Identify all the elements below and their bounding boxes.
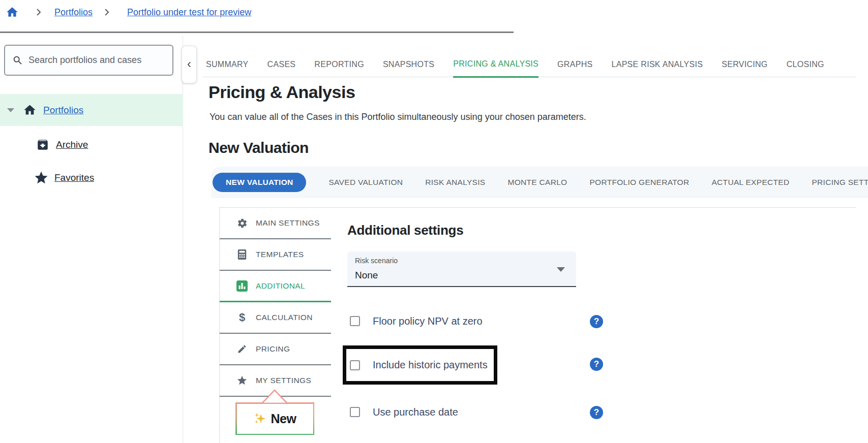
tab-pricing-analysis[interactable]: PRICING & ANALYSIS (453, 59, 538, 78)
settings-nav-label: TEMPLATES (256, 250, 304, 259)
option-label: Floor policy NPV at zero (373, 315, 483, 327)
sidebar-item-portfolios[interactable]: Portfolios (0, 94, 183, 126)
settings-nav-main-settings[interactable]: MAIN SETTINGS (220, 208, 331, 239)
new-badge-label: New (271, 412, 296, 426)
sidebar-item-archive[interactable]: Archive (36, 138, 88, 151)
new-feature-callout: New (235, 402, 314, 435)
tab-actual-expected[interactable]: ACTUAL EXPECTED (711, 178, 789, 187)
valuation-tabs: NEW VALUATION SAVED VALUATION RISK ANALY… (211, 167, 868, 198)
archive-link[interactable]: Archive (56, 139, 88, 150)
settings-nav-templates[interactable]: TEMPLATES (220, 239, 331, 271)
search-icon (12, 55, 23, 66)
page-subtitle: You can value all of the Cases in this P… (209, 112, 586, 122)
sidebar-collapse-button[interactable] (182, 46, 197, 83)
archive-icon (36, 138, 49, 151)
tab-closing[interactable]: CLOSING (787, 60, 824, 77)
page-title: Pricing & Analysis (208, 82, 355, 102)
callout-pointer-icon (260, 389, 289, 403)
tab-new-valuation[interactable]: NEW VALUATION (213, 173, 306, 192)
tab-saved-valuation[interactable]: SAVED VALUATION (328, 178, 403, 187)
breadcrumb-link-current[interactable]: Portfolio under test for preview (127, 7, 251, 18)
star-icon (236, 375, 248, 386)
main-content: SUMMARY CASES REPORTING SNAPSHOTS PRICIN… (183, 36, 868, 443)
section-title: New Valuation (208, 139, 309, 156)
tab-snapshots[interactable]: SNAPSHOTS (383, 60, 434, 77)
tab-portfolio-generator[interactable]: PORTFOLIO GENERATOR (589, 178, 689, 187)
help-icon[interactable]: ? (590, 315, 603, 328)
chevron-left-icon (186, 59, 193, 70)
chevron-right-icon (34, 8, 43, 17)
settings-nav-label: CALCULATION (256, 313, 313, 322)
favorites-link[interactable]: Favorites (54, 172, 94, 183)
option-use-purchase-date: Use purchase date (350, 405, 458, 419)
settings-nav-label: MAIN SETTINGS (256, 218, 320, 228)
use-purchase-date-checkbox[interactable] (350, 407, 360, 417)
caret-down-icon[interactable] (7, 108, 14, 112)
breadcrumb-link-portfolios[interactable]: Portfolios (54, 7, 93, 18)
bar-chart-icon (236, 280, 248, 292)
home-icon[interactable] (6, 6, 19, 19)
help-icon[interactable]: ? (590, 358, 603, 371)
search-box (4, 45, 173, 76)
dollar-icon: $ (236, 312, 248, 323)
additional-settings-heading: Additional settings (347, 223, 463, 238)
sidebar: Portfolios Archive Favorites (0, 36, 183, 443)
sparkles-icon (254, 412, 267, 425)
tab-monte-carlo[interactable]: MONTE CARLO (507, 178, 567, 187)
tab-servicing[interactable]: SERVICING (722, 60, 767, 77)
portfolios-link[interactable]: Portfolios (43, 105, 83, 116)
divider (0, 31, 514, 33)
include-historic-payments-checkbox[interactable] (350, 360, 360, 370)
dropdown-caret-icon (557, 267, 565, 272)
page-tabs: SUMMARY CASES REPORTING SNAPSHOTS PRICIN… (202, 36, 856, 77)
calculator-icon (236, 249, 248, 260)
risk-scenario-select[interactable]: Risk scenario None (347, 251, 576, 287)
pencil-icon (236, 343, 248, 355)
floor-policy-npv-checkbox[interactable] (350, 316, 360, 326)
tab-graphs[interactable]: GRAPHS (557, 60, 592, 77)
tab-pricing-settings[interactable]: PRICING SETTINGS (812, 178, 868, 187)
sidebar-item-favorites[interactable]: Favorites (34, 170, 94, 185)
gear-icon (236, 217, 248, 229)
tab-cases[interactable]: CASES (267, 60, 296, 77)
highlight-annotation: Include historic payments (343, 345, 497, 385)
help-icon[interactable]: ? (590, 406, 603, 419)
settings-nav-pricing[interactable]: PRICING (220, 334, 331, 365)
tab-lapse-risk-analysis[interactable]: LAPSE RISK ANALYSIS (611, 60, 703, 77)
option-label: Use purchase date (373, 406, 458, 418)
breadcrumb: Portfolios Portfolio under test for prev… (0, 0, 251, 24)
option-floor-policy-npv: Floor policy NPV at zero (350, 314, 483, 328)
settings-nav-calculation[interactable]: $ CALCULATION (220, 302, 331, 334)
risk-scenario-value: None (355, 270, 378, 281)
settings-nav-label: MY SETTINGS (256, 376, 311, 385)
tab-summary[interactable]: SUMMARY (206, 60, 249, 77)
chevron-right-icon (102, 8, 111, 17)
home-icon (23, 103, 37, 117)
option-label: Include historic payments (373, 359, 488, 371)
search-input[interactable] (28, 55, 171, 66)
settings-nav-label: ADDITIONAL (256, 281, 305, 291)
tab-reporting[interactable]: REPORTING (314, 60, 364, 77)
settings-nav-label: PRICING (256, 344, 290, 354)
star-icon (34, 170, 49, 185)
app-root: Portfolios Portfolio under test for prev… (0, 0, 868, 443)
tab-risk-analysis[interactable]: RISK ANALYSIS (425, 178, 485, 187)
risk-scenario-label: Risk scenario (355, 257, 398, 265)
settings-nav-additional[interactable]: ADDITIONAL (220, 271, 331, 302)
